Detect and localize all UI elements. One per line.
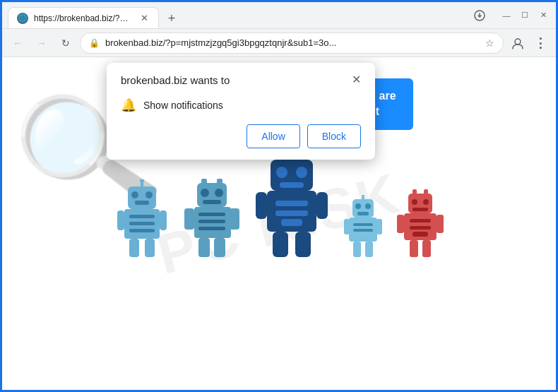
- svg-rect-28: [198, 238, 210, 257]
- notification-popup: brokenbad.biz wants to ✕ 🔔 Show notifica…: [107, 63, 375, 160]
- robot-2: [182, 176, 242, 257]
- svg-rect-52: [376, 219, 382, 234]
- block-button[interactable]: Block: [307, 124, 361, 148]
- svg-rect-18: [217, 179, 222, 184]
- svg-rect-24: [198, 220, 225, 223]
- svg-point-44: [355, 203, 361, 209]
- address-bar[interactable]: 🔒 brokenbad.biz/?p=mjstmzjzgq5gi3bpgqztq…: [80, 32, 504, 54]
- svg-rect-40: [316, 192, 328, 219]
- tab-close-button[interactable]: ✕: [138, 13, 150, 24]
- minimize-button[interactable]: —: [499, 8, 514, 23]
- svg-rect-33: [280, 182, 304, 188]
- svg-rect-13: [160, 210, 167, 230]
- svg-rect-21: [203, 200, 221, 204]
- url-text: brokenbad.biz/?p=mjstmzjzgq5gi3bpgqztqnj…: [105, 37, 480, 48]
- toolbar: ← → ↻ 🔒 brokenbad.biz/?p=mjstmzjzgq5gi3b…: [2, 29, 556, 57]
- svg-rect-37: [275, 210, 308, 216]
- popup-close-button[interactable]: ✕: [352, 74, 361, 85]
- svg-rect-11: [129, 229, 155, 232]
- svg-rect-62: [410, 219, 431, 222]
- svg-rect-17: [201, 179, 207, 184]
- svg-rect-38: [281, 219, 302, 226]
- robot-4: [342, 194, 384, 257]
- svg-rect-54: [365, 242, 373, 257]
- maximize-button[interactable]: ☐: [518, 8, 532, 23]
- svg-point-1: [515, 39, 521, 44]
- svg-rect-49: [353, 223, 373, 226]
- svg-point-45: [365, 203, 371, 209]
- svg-rect-2: [128, 186, 156, 209]
- svg-point-7: [140, 179, 144, 182]
- more-options-icon: ⋮: [534, 35, 547, 51]
- title-bar-controls: [470, 6, 489, 25]
- svg-rect-41: [273, 232, 288, 257]
- svg-rect-5: [135, 201, 149, 205]
- svg-rect-9: [129, 215, 155, 218]
- favicon-icon: 🌐: [18, 13, 28, 23]
- popup-actions: Allow Block: [121, 124, 361, 148]
- svg-point-59: [423, 199, 429, 205]
- svg-rect-25: [198, 227, 225, 230]
- svg-rect-66: [437, 215, 444, 233]
- allow-button[interactable]: Allow: [247, 124, 299, 148]
- robot-3-center: [253, 151, 331, 257]
- svg-rect-42: [295, 232, 311, 257]
- back-button[interactable]: ←: [8, 33, 28, 53]
- svg-point-4: [146, 191, 153, 198]
- tab-favicon: 🌐: [17, 13, 28, 24]
- svg-rect-63: [410, 226, 431, 230]
- close-window-button[interactable]: ✕: [536, 8, 550, 23]
- svg-rect-53: [353, 242, 361, 257]
- bell-icon: 🔔: [121, 97, 136, 113]
- page-content: 🔍 PC RISK Verification ify, that you are…: [2, 57, 556, 390]
- svg-rect-26: [184, 208, 194, 230]
- svg-rect-12: [117, 210, 124, 230]
- title-bar: 🌐 https://brokenbad.biz/?p=mjstm ✕ + — ☐…: [2, 2, 556, 29]
- svg-rect-64: [412, 232, 428, 237]
- new-tab-button[interactable]: +: [162, 8, 182, 28]
- download-button[interactable]: [470, 6, 489, 25]
- svg-rect-65: [397, 215, 404, 233]
- svg-point-32: [296, 167, 307, 178]
- tab-area: 🌐 https://brokenbad.biz/?p=mjstm ✕ +: [8, 2, 465, 28]
- browser-frame: 🌐 https://brokenbad.biz/?p=mjstm ✕ + — ☐…: [2, 2, 556, 390]
- robot-1: [114, 179, 170, 257]
- bookmark-star-icon[interactable]: ☆: [485, 37, 494, 49]
- svg-rect-50: [353, 229, 373, 232]
- svg-rect-56: [412, 189, 417, 195]
- reload-button[interactable]: ↻: [56, 33, 76, 53]
- lock-icon: 🔒: [89, 38, 100, 48]
- svg-rect-14: [129, 239, 139, 257]
- svg-rect-29: [214, 238, 225, 257]
- svg-rect-47: [362, 195, 364, 201]
- forward-button[interactable]: →: [32, 33, 52, 53]
- svg-rect-68: [422, 240, 431, 257]
- svg-point-3: [131, 191, 138, 198]
- tab-title: https://brokenbad.biz/?p=mjstm: [34, 13, 133, 23]
- svg-rect-15: [145, 239, 155, 257]
- svg-point-20: [215, 189, 223, 197]
- svg-rect-57: [424, 189, 428, 195]
- active-tab[interactable]: 🌐 https://brokenbad.biz/?p=mjstm ✕: [8, 7, 159, 28]
- svg-point-19: [201, 189, 209, 197]
- svg-rect-36: [275, 201, 308, 206]
- profile-button[interactable]: [508, 33, 528, 53]
- svg-rect-39: [256, 192, 267, 219]
- svg-rect-67: [410, 240, 418, 257]
- more-options-button[interactable]: ⋮: [530, 33, 550, 53]
- svg-rect-51: [344, 219, 350, 234]
- toolbar-actions: ⋮: [508, 33, 550, 53]
- robot-5: [396, 186, 445, 257]
- svg-rect-60: [412, 208, 428, 211]
- svg-rect-10: [129, 222, 155, 225]
- popup-header: brokenbad.biz wants to ✕: [121, 74, 361, 86]
- popup-notification-option: 🔔 Show notifications: [121, 95, 361, 121]
- robots-row: [114, 151, 445, 257]
- window-controls: — ☐ ✕: [499, 8, 550, 23]
- popup-title: brokenbad.biz wants to: [121, 74, 230, 86]
- svg-point-31: [276, 167, 287, 178]
- svg-rect-46: [357, 212, 369, 215]
- show-notifications-label: Show notifications: [143, 100, 223, 111]
- svg-point-58: [412, 199, 417, 205]
- svg-rect-27: [230, 208, 239, 230]
